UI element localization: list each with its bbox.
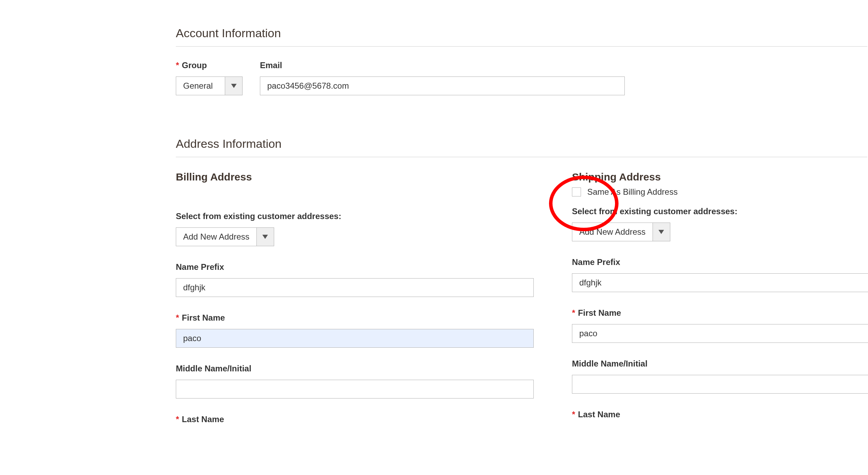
svg-marker-1 <box>262 235 268 239</box>
shipping-prefix-input[interactable] <box>572 273 868 292</box>
group-field: Group General <box>176 61 243 95</box>
billing-address-column: Billing Address Select from existing cus… <box>176 171 534 430</box>
shipping-first-name-label: First Name <box>572 308 868 318</box>
shipping-middle-name-label: Middle Name/Initial <box>572 359 868 369</box>
billing-address-select-value: Add New Address <box>176 228 256 246</box>
same-as-billing-checkbox[interactable] <box>572 187 581 196</box>
shipping-address-select[interactable]: Add New Address <box>572 223 670 241</box>
shipping-title: Shipping Address <box>572 171 868 183</box>
account-info-row: Group General Email <box>176 61 868 95</box>
billing-middle-name-input[interactable] <box>176 380 534 398</box>
chevron-down-icon <box>653 223 670 241</box>
group-select-value: General <box>176 77 225 95</box>
chevron-down-icon <box>225 77 242 95</box>
billing-prefix-input[interactable] <box>176 278 534 297</box>
section-title-address: Address Information <box>176 137 867 157</box>
group-label: Group <box>176 61 243 70</box>
email-input[interactable] <box>260 77 625 95</box>
shipping-select-existing-label: Select from existing customer addresses: <box>572 207 868 216</box>
billing-prefix-label: Name Prefix <box>176 262 534 272</box>
same-as-billing-row[interactable]: Same As Billing Address <box>572 187 868 197</box>
shipping-address-column: Shipping Address Same As Billing Address… <box>572 171 868 430</box>
billing-select-existing-label: Select from existing customer addresses: <box>176 211 534 221</box>
shipping-prefix-label: Name Prefix <box>572 257 868 267</box>
chevron-down-icon <box>256 228 274 246</box>
group-select[interactable]: General <box>176 77 243 95</box>
shipping-address-select-value: Add New Address <box>572 223 653 241</box>
billing-first-name-label: First Name <box>176 313 534 323</box>
svg-marker-0 <box>231 84 237 88</box>
shipping-middle-name-input[interactable] <box>572 375 868 394</box>
billing-address-select[interactable]: Add New Address <box>176 227 274 246</box>
billing-first-name-input[interactable] <box>176 329 534 348</box>
billing-middle-name-label: Middle Name/Initial <box>176 364 534 373</box>
shipping-last-name-label: Last Name <box>572 410 868 419</box>
shipping-first-name-input[interactable] <box>572 324 868 343</box>
billing-title: Billing Address <box>176 171 534 183</box>
svg-marker-2 <box>658 230 664 234</box>
section-title-account: Account Information <box>176 26 867 47</box>
email-field-wrap: Email <box>260 61 625 95</box>
billing-last-name-label: Last Name <box>176 414 534 424</box>
same-as-billing-label: Same As Billing Address <box>587 187 678 197</box>
email-label: Email <box>260 61 625 70</box>
